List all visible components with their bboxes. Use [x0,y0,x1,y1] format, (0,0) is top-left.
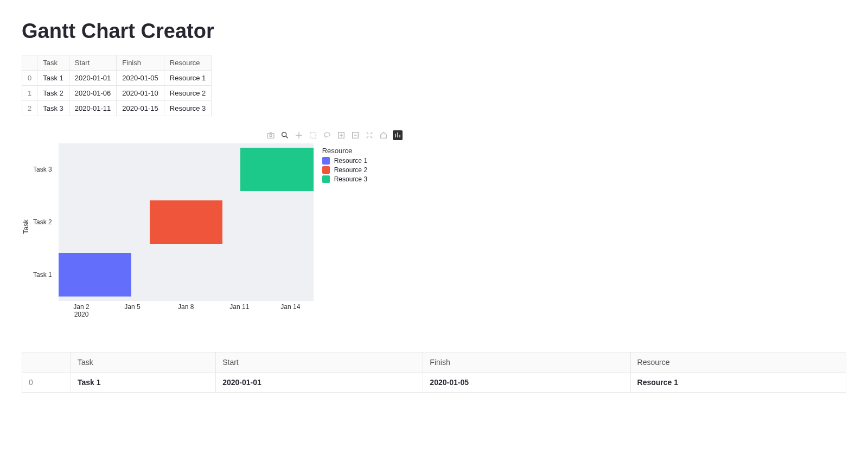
cell-resource: Resource 2 [164,86,211,101]
legend-swatch [322,175,330,183]
y-axis-labels: Task 3 Task 2 Task 1 [33,143,55,301]
col-start: Start [69,55,117,71]
col-finish: Finish [423,352,630,373]
cell-finish: 2020-01-05 [117,71,164,86]
cell-finish: 2020-01-10 [117,86,164,101]
cell-finish: 2020-01-15 [117,101,164,116]
gantt-bar[interactable] [150,200,222,244]
zoom-icon[interactable] [280,130,290,140]
data-table-small: Task Start Finish Resource 0 Task 1 2020… [22,55,212,116]
gantt-bar[interactable] [240,148,313,191]
gantt-bar[interactable] [59,253,131,297]
chart-toolbar [22,130,846,140]
y-axis-title: Task [22,219,30,234]
legend: Resource Resource 1 Resource 2 Resource … [322,147,367,185]
home-icon[interactable] [379,130,388,140]
x-tick: Jan 5 [124,303,140,311]
page-title: Gantt Chart Creator [22,20,846,43]
autoscale-icon[interactable] [365,130,374,140]
col-finish: Finish [117,55,164,71]
col-resource: Resource [630,352,846,373]
pan-icon[interactable] [294,130,304,140]
svg-point-1 [270,135,272,137]
cell-start: 2020-01-01 [216,373,423,393]
cell-idx: 1 [22,86,37,101]
cell-finish: 2020-01-05 [423,373,630,393]
legend-label: Resource 3 [334,175,367,183]
legend-label: Resource 1 [334,157,367,165]
cell-task: Task 1 [71,373,216,393]
cell-resource: Resource 1 [164,71,211,86]
cell-task: Task 2 [37,86,69,101]
legend-title: Resource [322,147,367,155]
x-tick: Jan 14 [280,303,300,311]
table-row: 0 Task 1 2020-01-01 2020-01-05 Resource … [22,373,846,393]
camera-icon[interactable] [266,130,276,140]
cell-start: 2020-01-06 [69,86,117,101]
legend-swatch [322,166,330,174]
y-tick: Task 3 [33,143,55,196]
y-tick: Task 1 [33,248,55,301]
legend-item[interactable]: Resource 2 [322,166,367,174]
cell-start: 2020-01-11 [69,101,117,116]
col-task: Task [71,352,216,373]
cell-start: 2020-01-01 [69,71,117,86]
zoom-in-icon[interactable] [336,130,346,140]
zoom-out-icon[interactable] [350,130,360,140]
cell-resource: Resource 1 [630,373,846,393]
gantt-chart[interactable]: Task Task 3 Task 2 Task 1 Jan 22020Jan 5… [22,143,846,319]
legend-swatch [322,157,330,165]
col-task: Task [37,55,69,71]
legend-item[interactable]: Resource 1 [322,157,367,165]
svg-rect-0 [267,134,274,138]
svg-point-4 [324,133,330,136]
cell-idx: 0 [22,71,37,86]
table-row: 1 Task 2 2020-01-06 2020-01-10 Resource … [22,86,212,101]
plotly-logo-icon[interactable] [393,130,403,140]
x-tick: Jan 8 [178,303,194,311]
table-row: 2 Task 3 2020-01-11 2020-01-15 Resource … [22,101,212,116]
col-index [22,352,71,373]
cell-resource: Resource 3 [164,101,211,116]
cell-task: Task 1 [37,71,69,86]
data-table-wide: Task Start Finish Resource 0 Task 1 2020… [22,352,846,393]
cell-idx: 0 [22,373,71,393]
col-index [22,55,37,71]
cell-task: Task 3 [37,101,69,116]
legend-label: Resource 2 [334,166,367,174]
col-start: Start [216,352,423,373]
table-row: 0 Task 1 2020-01-01 2020-01-05 Resource … [22,71,212,86]
legend-item[interactable]: Resource 3 [322,175,367,183]
x-tick: Jan 22020 [73,303,89,318]
y-tick: Task 2 [33,196,55,249]
svg-point-2 [282,133,286,137]
svg-rect-3 [310,133,316,138]
lasso-icon[interactable] [322,130,332,140]
box-select-icon[interactable] [308,130,318,140]
x-tick: Jan 11 [229,303,249,311]
col-resource: Resource [164,55,211,71]
cell-idx: 2 [22,101,37,116]
